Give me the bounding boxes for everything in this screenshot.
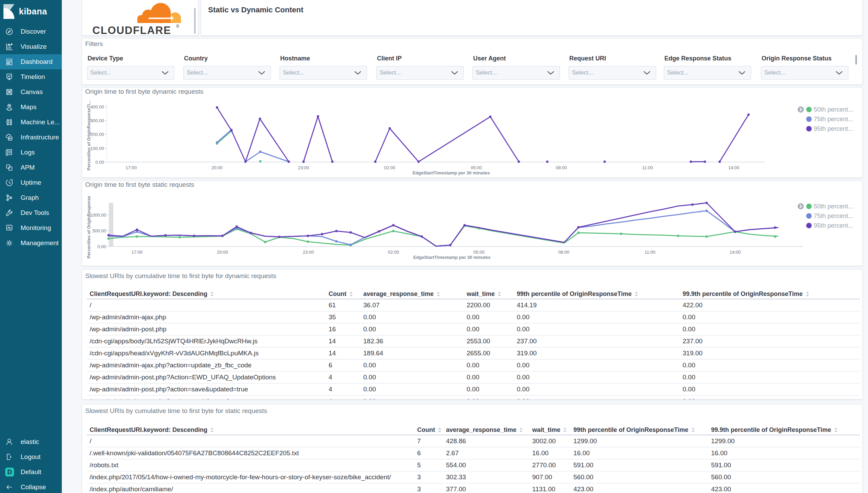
svg-text:11:00: 11:00 bbox=[644, 250, 655, 255]
svg-text:75th percent...: 75th percent... bbox=[814, 213, 853, 219]
svg-text:400.00: 400.00 bbox=[90, 104, 104, 110]
svg-text:17:00: 17:00 bbox=[132, 250, 143, 255]
svg-text:Percentiles of OriginResponseT: Percentiles of OriginResponseTi... bbox=[87, 101, 91, 170]
svg-text:23:00: 23:00 bbox=[298, 165, 309, 170]
svg-text:11:00: 11:00 bbox=[642, 165, 653, 170]
svg-text:EdgeStartTimestamp per 30 minu: EdgeStartTimestamp per 30 minutes bbox=[413, 255, 490, 260]
svg-text:05:00: 05:00 bbox=[473, 250, 485, 255]
svg-text:®: ® bbox=[176, 24, 179, 29]
svg-text:100.00: 100.00 bbox=[90, 146, 104, 151]
svg-text:08:00: 08:00 bbox=[558, 250, 570, 255]
svg-text:08:00: 08:00 bbox=[556, 165, 567, 170]
svg-text:1000.00: 1000.00 bbox=[90, 213, 106, 218]
svg-text:75th percent...: 75th percent... bbox=[814, 116, 853, 123]
svg-text:CLOUDFLARE: CLOUDFLARE bbox=[92, 24, 171, 36]
svg-text:0.00: 0.00 bbox=[95, 160, 104, 165]
svg-text:500.00: 500.00 bbox=[92, 228, 106, 233]
svg-text:14:00: 14:00 bbox=[728, 165, 740, 170]
svg-text:20:00: 20:00 bbox=[217, 250, 228, 255]
svg-text:05:00: 05:00 bbox=[471, 165, 482, 170]
svg-text:EdgeStartTimestamp per 30 minu: EdgeStartTimestamp per 30 minutes bbox=[412, 170, 490, 175]
svg-text:02:00: 02:00 bbox=[384, 165, 396, 170]
svg-text:02:00: 02:00 bbox=[388, 250, 399, 255]
svg-text:300.00: 300.00 bbox=[90, 118, 104, 123]
svg-text:20:00: 20:00 bbox=[212, 165, 223, 170]
svg-text:Percentiles of OriginResponse: Percentiles of OriginResponse bbox=[87, 196, 91, 258]
svg-text:50th percent...: 50th percent... bbox=[814, 106, 853, 113]
svg-text:95th percent...: 95th percent... bbox=[814, 222, 853, 229]
svg-text:95th percent...: 95th percent... bbox=[814, 125, 853, 132]
svg-text:200.00: 200.00 bbox=[90, 132, 104, 137]
svg-text:14:00: 14:00 bbox=[730, 250, 741, 255]
svg-text:23:00: 23:00 bbox=[303, 250, 314, 255]
svg-text:17:00: 17:00 bbox=[126, 165, 137, 170]
svg-text:50th percent...: 50th percent... bbox=[814, 203, 853, 210]
svg-text:0.00: 0.00 bbox=[98, 244, 106, 249]
